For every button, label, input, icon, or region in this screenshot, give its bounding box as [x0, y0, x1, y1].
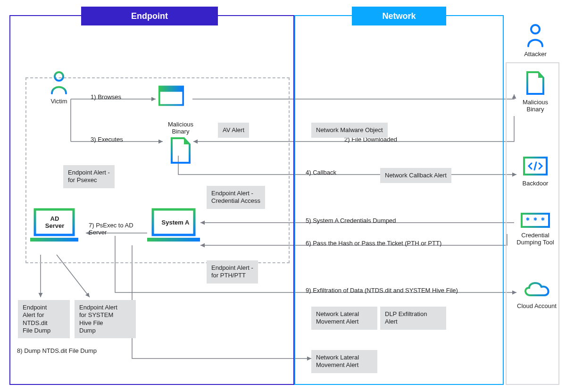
node-cloud: Cloud Account [513, 278, 560, 309]
node-attacker-label: Attacker [519, 50, 552, 58]
diagram-stage: Endpoint Network Victim Malicious Binary [0, 0, 566, 392]
panel-network-title: Network [352, 7, 446, 25]
step-4: 4) Callback [306, 169, 336, 176]
panel-endpoint-title: Endpoint [81, 7, 218, 25]
step-6: 6) Pass the Hash or Pass the Ticket (PTH… [306, 240, 441, 247]
node-cloud-label: Cloud Account [513, 302, 560, 309]
node-malbin-side: Malicious Binary [516, 71, 554, 113]
alert-dlp: DLP Exfiltration Alert [380, 307, 446, 330]
node-backdoor: Backdoor [516, 156, 554, 187]
alert-endpoint-credential: Endpoint Alert - Credential Access [207, 186, 265, 209]
node-credtool-label: Credential Dumping Tool [512, 232, 559, 246]
alert-endpoint-psexec: Endpoint Alert - for Psexec [63, 165, 115, 188]
user-icon [525, 24, 545, 47]
node-ad-label: AD Server [41, 215, 69, 229]
alert-system-hive: Endpoint Alert for SYSTEM Hive File Dump [75, 300, 136, 338]
alert-ntds-dump: Endpoint Alert for NTDS.dit File Dump [18, 300, 70, 338]
code-icon [522, 156, 549, 176]
file-icon [169, 137, 192, 164]
svg-rect-6 [147, 238, 200, 242]
svg-point-0 [55, 72, 63, 81]
node-sysa-label: System A [158, 219, 192, 226]
alert-lateral-1: Network Lateral Movement Alert [311, 307, 377, 330]
password-icon: ＊＊＊ [520, 212, 550, 228]
node-malbin-label: Malicious Binary [164, 121, 197, 135]
node-ad-server: AD Server [28, 207, 75, 246]
node-credtool: ＊＊＊ Credential Dumping Tool [512, 212, 559, 246]
browser-icon [158, 84, 184, 108]
node-victim: Victim [45, 71, 73, 105]
svg-rect-2 [159, 86, 183, 92]
user-icon [49, 71, 69, 94]
svg-text:＊＊＊: ＊＊＊ [524, 216, 547, 224]
alert-av: AV Alert [218, 123, 249, 138]
step-3: 3) Executes [91, 136, 123, 143]
node-malbin-side-label: Malicious Binary [516, 99, 554, 113]
step-8: 8) Dump NTDS.dit File Dump [17, 347, 97, 354]
alert-network-callback: Network Callback Alert [380, 168, 451, 183]
step-9: 9) Exfiltration of Data (NTDS.dit and SY… [306, 287, 458, 294]
step-1: 1) Browses [91, 93, 121, 100]
alert-network-malware: Network Malware Object [311, 123, 388, 138]
alert-endpoint-pth: Endpoint Alert - for PTH/PTT [207, 260, 258, 284]
node-browser [158, 84, 184, 109]
node-victim-label: Victim [45, 98, 73, 105]
file-icon [525, 71, 546, 95]
node-system-a: System A [145, 207, 202, 246]
node-attacker: Attacker [519, 24, 552, 58]
alert-lateral-2: Network Lateral Movement Alert [311, 350, 377, 373]
node-malicious-binary: Malicious Binary [164, 119, 197, 166]
step-5: 5) System A Credentials Dumped [306, 217, 396, 224]
svg-point-7 [531, 25, 540, 33]
svg-rect-4 [30, 238, 78, 242]
cloud-icon [521, 278, 553, 299]
step-7: 7) PsExec to AD Server [89, 222, 141, 236]
node-backdoor-label: Backdoor [516, 180, 554, 187]
